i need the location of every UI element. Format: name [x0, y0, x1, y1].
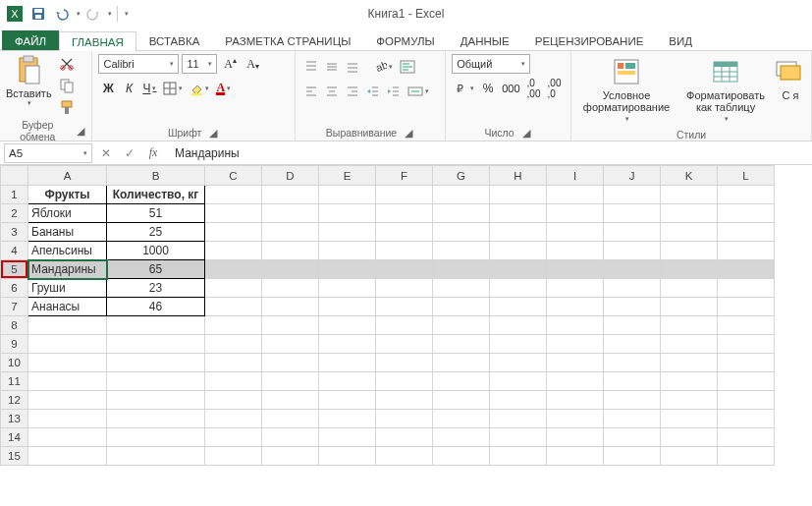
- cell[interactable]: [490, 204, 547, 223]
- font-launcher-icon[interactable]: ◢: [207, 127, 219, 139]
- cell[interactable]: [205, 223, 262, 242]
- cell[interactable]: [205, 186, 262, 204]
- row-header[interactable]: 8: [1, 316, 28, 335]
- format-as-table-button[interactable]: Форматировать как таблицу▾: [679, 54, 772, 127]
- cell[interactable]: [661, 260, 718, 279]
- cell[interactable]: [547, 204, 604, 223]
- cell[interactable]: [319, 204, 376, 223]
- cell[interactable]: [433, 242, 490, 260]
- cell[interactable]: [262, 372, 319, 391]
- cell[interactable]: [28, 335, 107, 354]
- paste-button[interactable]: Вставить ▾: [6, 54, 52, 117]
- cell[interactable]: [604, 410, 661, 428]
- cell[interactable]: [262, 335, 319, 354]
- cell[interactable]: [490, 372, 547, 391]
- cell[interactable]: [107, 354, 205, 372]
- cell[interactable]: [376, 447, 433, 466]
- cell[interactable]: [262, 298, 319, 316]
- cell[interactable]: [433, 391, 490, 410]
- cell[interactable]: [28, 447, 107, 466]
- cell[interactable]: [107, 316, 205, 335]
- tab-review[interactable]: РЕЦЕНЗИРОВАНИЕ: [522, 30, 657, 50]
- cell[interactable]: [490, 186, 547, 204]
- name-box[interactable]: A5▾: [4, 143, 92, 163]
- cell[interactable]: [547, 447, 604, 466]
- cell[interactable]: [661, 447, 718, 466]
- cell[interactable]: 23: [107, 279, 205, 298]
- cell[interactable]: [262, 223, 319, 242]
- cell[interactable]: [433, 335, 490, 354]
- currency-button[interactable]: ₽▾: [452, 79, 477, 98]
- cell[interactable]: [376, 260, 433, 279]
- tab-data[interactable]: ДАННЫЕ: [448, 30, 522, 50]
- increase-font-button[interactable]: A▴: [220, 54, 240, 74]
- cell[interactable]: [661, 223, 718, 242]
- cell[interactable]: [319, 260, 376, 279]
- number-launcher-icon[interactable]: ◢: [520, 127, 532, 139]
- align-middle-button[interactable]: [322, 57, 342, 77]
- cell[interactable]: [262, 279, 319, 298]
- cell[interactable]: [319, 223, 376, 242]
- bold-button[interactable]: Ж: [98, 79, 118, 98]
- redo-icon[interactable]: [82, 3, 104, 25]
- cell[interactable]: [319, 242, 376, 260]
- cell[interactable]: [604, 391, 661, 410]
- cell[interactable]: [604, 279, 661, 298]
- tab-formulas[interactable]: ФОРМУЛЫ: [363, 30, 447, 50]
- cell[interactable]: [604, 204, 661, 223]
- column-header[interactable]: E: [319, 166, 376, 186]
- cell[interactable]: [28, 372, 107, 391]
- align-left-button[interactable]: [301, 82, 321, 101]
- cell[interactable]: Апельсины: [28, 242, 107, 260]
- cell[interactable]: [319, 316, 376, 335]
- cell[interactable]: [319, 298, 376, 316]
- merge-button[interactable]: ▾: [405, 82, 432, 101]
- cell[interactable]: [433, 316, 490, 335]
- comma-button[interactable]: 000: [499, 79, 522, 98]
- column-header[interactable]: B: [107, 166, 205, 186]
- cell[interactable]: [604, 428, 661, 447]
- cell[interactable]: [718, 204, 775, 223]
- cell[interactable]: [205, 372, 262, 391]
- cell[interactable]: [661, 391, 718, 410]
- column-header[interactable]: K: [661, 166, 718, 186]
- cell[interactable]: [433, 204, 490, 223]
- cell[interactable]: [433, 279, 490, 298]
- cell[interactable]: Количество, кг: [107, 186, 205, 204]
- cell[interactable]: [661, 372, 718, 391]
- row-header[interactable]: 14: [1, 428, 28, 447]
- cell[interactable]: [604, 354, 661, 372]
- enter-icon[interactable]: ✓: [118, 143, 141, 163]
- cell[interactable]: [376, 279, 433, 298]
- cell[interactable]: [376, 410, 433, 428]
- cell[interactable]: [205, 335, 262, 354]
- qat-customize-icon[interactable]: ▾: [125, 10, 129, 18]
- cell[interactable]: [604, 223, 661, 242]
- cell[interactable]: [376, 186, 433, 204]
- cell[interactable]: [661, 354, 718, 372]
- cell[interactable]: [107, 428, 205, 447]
- cell[interactable]: [490, 410, 547, 428]
- cell[interactable]: [718, 223, 775, 242]
- borders-button[interactable]: ▾: [160, 79, 186, 98]
- align-top-button[interactable]: [301, 57, 321, 77]
- align-right-button[interactable]: [343, 82, 362, 101]
- row-header[interactable]: 13: [1, 410, 28, 428]
- cell[interactable]: [547, 260, 604, 279]
- cell[interactable]: [205, 428, 262, 447]
- copy-button[interactable]: [56, 76, 78, 95]
- cell[interactable]: [376, 316, 433, 335]
- cell[interactable]: [604, 335, 661, 354]
- italic-button[interactable]: К: [119, 79, 138, 98]
- cell[interactable]: [661, 242, 718, 260]
- cell[interactable]: [107, 391, 205, 410]
- column-header[interactable]: L: [718, 166, 775, 186]
- cell[interactable]: [490, 298, 547, 316]
- cell[interactable]: [205, 410, 262, 428]
- cell[interactable]: [262, 242, 319, 260]
- cell[interactable]: [28, 354, 107, 372]
- cell[interactable]: 25: [107, 223, 205, 242]
- tab-page-layout[interactable]: РАЗМЕТКА СТРАНИЦЫ: [212, 30, 363, 50]
- fill-color-button[interactable]: ▾: [187, 79, 212, 98]
- cell[interactable]: [547, 316, 604, 335]
